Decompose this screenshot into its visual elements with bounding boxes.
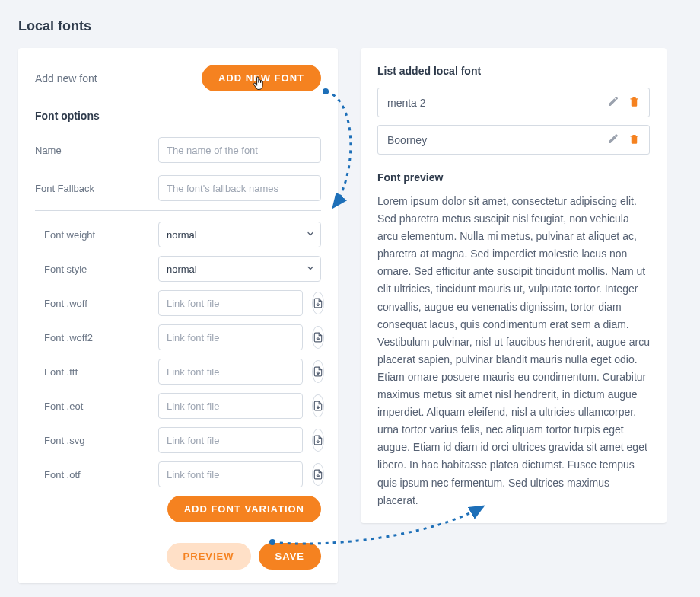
upload-file-icon[interactable]	[312, 429, 324, 452]
font-style-label: Font style	[35, 263, 149, 275]
font-file-input[interactable]	[158, 427, 303, 453]
preview-button-label: PREVIEW	[183, 551, 234, 562]
font-list-item: Boorney	[377, 125, 650, 155]
divider	[35, 532, 321, 532]
upload-file-icon[interactable]	[312, 326, 324, 349]
font-list-item-name: Boorney	[387, 134, 427, 146]
font-preview-text: Lorem ipsum dolor sit amet, consectetur …	[377, 193, 650, 509]
add-font-variation-button[interactable]: ADD FONT VARIATION	[167, 496, 321, 522]
divider	[35, 210, 321, 211]
trash-icon[interactable]	[628, 96, 640, 110]
pencil-icon[interactable]	[607, 95, 619, 110]
font-file-input[interactable]	[158, 393, 303, 419]
font-options-heading: Font options	[35, 110, 321, 122]
font-file-label: Font .ttf	[35, 366, 149, 378]
font-file-input[interactable]	[158, 359, 303, 385]
add-new-font-button[interactable]: ADD NEW FONT	[202, 65, 321, 91]
upload-file-icon[interactable]	[312, 360, 324, 383]
page-title: Local fonts	[18, 18, 682, 34]
font-file-label: Font .woff	[35, 298, 149, 309]
pencil-icon[interactable]	[607, 132, 619, 147]
font-list-item: menta 2	[377, 88, 650, 117]
font-weight-label: Font weight	[35, 229, 149, 241]
font-preview-panel: List added local font menta 2Boorney Fon…	[361, 48, 667, 523]
font-style-select[interactable]: normal	[158, 256, 321, 282]
upload-file-icon[interactable]	[312, 292, 324, 314]
save-button[interactable]: SAVE	[259, 543, 321, 570]
font-file-input[interactable]	[158, 324, 303, 350]
font-file-label: Font .eot	[35, 401, 149, 412]
font-preview-heading: Font preview	[377, 171, 650, 184]
font-file-label: Font .otf	[35, 469, 149, 480]
upload-file-icon[interactable]	[312, 463, 324, 486]
font-list-item-name: menta 2	[387, 97, 426, 109]
add-font-variation-button-label: ADD FONT VARIATION	[184, 503, 304, 515]
add-new-font-label: Add new font	[35, 72, 97, 85]
font-file-label: Font .svg	[35, 435, 149, 446]
name-label: Name	[35, 145, 149, 156]
font-config-panel: Add new font ADD NEW FONT Font options N…	[18, 48, 338, 583]
trash-icon[interactable]	[628, 133, 640, 147]
font-file-input[interactable]	[158, 461, 303, 487]
list-added-heading: List added local font	[377, 65, 650, 77]
save-button-label: SAVE	[275, 551, 304, 562]
font-file-label: Font .woff2	[35, 332, 149, 343]
fallback-label: Font Fallback	[35, 183, 149, 194]
font-file-input[interactable]	[158, 290, 303, 316]
add-new-font-button-label: ADD NEW FONT	[218, 72, 304, 84]
fallback-input[interactable]	[158, 175, 321, 201]
font-weight-select[interactable]: normal	[158, 222, 321, 247]
preview-button[interactable]: PREVIEW	[167, 543, 251, 570]
name-input[interactable]	[158, 137, 321, 163]
upload-file-icon[interactable]	[312, 394, 324, 417]
